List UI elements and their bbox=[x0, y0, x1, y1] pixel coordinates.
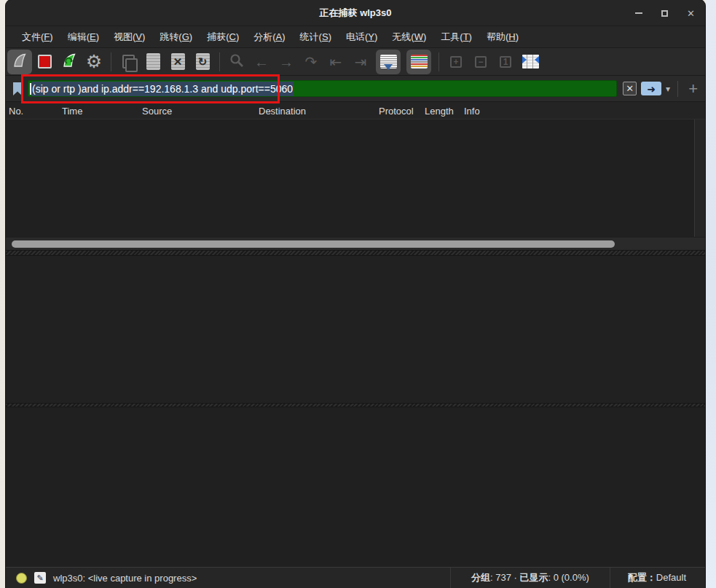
go-last-packet-button[interactable]: ⇥ bbox=[348, 50, 373, 74]
start-capture-button[interactable] bbox=[7, 50, 32, 74]
go-first-packet-button[interactable]: ⇤ bbox=[323, 50, 348, 74]
reload-file-button[interactable]: ↻ bbox=[190, 50, 215, 74]
display-filter-input[interactable]: (sip or rtp )and ip.addr==192.168.1.3 an… bbox=[28, 80, 617, 97]
horizontal-scrollbar-thumb[interactable] bbox=[12, 240, 615, 248]
column-time[interactable]: Time bbox=[62, 102, 82, 119]
filter-text: (sip or rtp )and ip.addr==192.168.1.3 an… bbox=[31, 82, 294, 96]
apply-filter-button[interactable]: ➜ bbox=[641, 82, 661, 95]
reload-file-icon: ↻ bbox=[196, 53, 210, 70]
magnifier-icon bbox=[229, 52, 245, 71]
capture-status-text: wlp3s0: <live capture in progress> bbox=[53, 573, 197, 584]
column-destination[interactable]: Destination bbox=[259, 102, 306, 119]
add-filter-button[interactable]: + bbox=[685, 81, 701, 97]
save-file-button[interactable] bbox=[141, 50, 165, 74]
filter-bar: (sip or rtp )and ip.addr==192.168.1.3 an… bbox=[6, 76, 705, 102]
colorize-icon bbox=[411, 55, 428, 68]
packet-list-pane bbox=[6, 119, 705, 237]
close-file-icon: ✕ bbox=[171, 53, 185, 70]
zoom-out-icon: − bbox=[475, 56, 487, 68]
column-no[interactable]: No. bbox=[9, 102, 23, 119]
curved-arrow-icon: ↷ bbox=[305, 55, 318, 69]
zoom-reset-button[interactable]: 1 bbox=[493, 50, 518, 74]
arrow-right-icon: → bbox=[279, 55, 294, 69]
column-info[interactable]: Info bbox=[464, 102, 480, 119]
wireshark-window: 正在捕获 wlp3s0 ✕ 文件(F) 编辑(E) 视图(V) 跳转(G) 捕获… bbox=[6, 0, 705, 588]
zoom-reset-icon: 1 bbox=[500, 56, 511, 68]
arrow-to-end-icon: ⇥ bbox=[355, 55, 367, 69]
menu-wireless[interactable]: 无线(W) bbox=[385, 28, 433, 47]
menu-go[interactable]: 跳转(G) bbox=[152, 28, 200, 47]
zoom-in-button[interactable]: + bbox=[444, 50, 468, 74]
packet-bytes-pane bbox=[6, 407, 705, 567]
menu-file[interactable]: 文件(F) bbox=[15, 28, 60, 47]
menu-tools[interactable]: 工具(T) bbox=[433, 28, 479, 47]
zoom-out-button[interactable]: − bbox=[468, 50, 493, 74]
auto-scroll-toggle[interactable] bbox=[376, 50, 401, 74]
filter-dropdown-caret[interactable]: ▾ bbox=[666, 84, 670, 94]
menu-statistics[interactable]: 统计(S) bbox=[293, 28, 339, 47]
packet-counts: 分组: 737 · 已显示: 0 (0.0%) bbox=[451, 571, 610, 584]
column-source[interactable]: Source bbox=[142, 102, 172, 119]
filter-separator bbox=[677, 81, 678, 97]
menu-bar: 文件(F) 编辑(E) 视图(V) 跳转(G) 捕获(C) 分析(A) 统计(S… bbox=[6, 26, 705, 48]
open-file-button[interactable] bbox=[116, 50, 141, 74]
colorize-toggle[interactable] bbox=[406, 50, 431, 74]
status-bar: ✎ wlp3s0: <live capture in progress> 分组:… bbox=[6, 567, 705, 588]
resize-columns-icon bbox=[522, 55, 539, 68]
menu-analyze[interactable]: 分析(A) bbox=[246, 28, 292, 47]
restart-capture-icon bbox=[60, 52, 78, 71]
open-file-icon bbox=[121, 55, 135, 69]
go-forward-button[interactable]: → bbox=[274, 50, 299, 74]
auto-scroll-icon bbox=[380, 55, 397, 68]
desktop: 正在捕获 wlp3s0 ✕ 文件(F) 编辑(E) 视图(V) 跳转(G) 捕获… bbox=[0, 0, 716, 588]
gear-icon: ⚙ bbox=[86, 52, 102, 71]
zoom-in-icon: + bbox=[450, 56, 462, 68]
pane-splitter-top[interactable] bbox=[6, 250, 705, 256]
horizontal-scrollbar[interactable] bbox=[6, 237, 705, 250]
close-button[interactable]: ✕ bbox=[687, 9, 695, 18]
stop-icon bbox=[38, 55, 52, 68]
toolbar-separator bbox=[111, 52, 111, 71]
shark-fin-icon bbox=[11, 52, 28, 71]
stop-capture-button[interactable] bbox=[32, 50, 57, 74]
go-to-packet-button[interactable]: ↷ bbox=[299, 50, 323, 74]
find-packet-button[interactable] bbox=[224, 50, 249, 74]
capture-comment-icon[interactable]: ✎ bbox=[34, 572, 46, 584]
title-bar[interactable]: 正在捕获 wlp3s0 ✕ bbox=[6, 0, 705, 26]
profile-selector[interactable]: 配置：Default bbox=[610, 571, 705, 584]
toolbar-separator bbox=[219, 52, 220, 71]
packet-details-pane bbox=[6, 256, 705, 403]
bookmark-icon[interactable] bbox=[10, 80, 25, 98]
main-toolbar: ⚙ ✕ ↻ ← → bbox=[6, 48, 705, 76]
desktop-background-right bbox=[705, 0, 716, 588]
capture-options-button[interactable]: ⚙ bbox=[82, 50, 106, 74]
toolbar-separator bbox=[438, 52, 439, 71]
arrow-left-icon: ← bbox=[254, 55, 269, 69]
go-back-button[interactable]: ← bbox=[249, 50, 274, 74]
clear-filter-button[interactable]: ✕ bbox=[623, 82, 637, 95]
window-title: 正在捕获 wlp3s0 bbox=[320, 7, 392, 20]
close-file-button[interactable]: ✕ bbox=[165, 50, 190, 74]
menu-view[interactable]: 视图(V) bbox=[106, 28, 152, 47]
expert-info-icon[interactable] bbox=[16, 573, 27, 584]
minimize-button[interactable] bbox=[635, 12, 642, 14]
column-protocol[interactable]: Protocol bbox=[379, 102, 414, 119]
packet-list-header: No. Time Source Destination Protocol Len… bbox=[6, 102, 705, 119]
menu-help[interactable]: 帮助(H) bbox=[479, 28, 526, 47]
maximize-button[interactable] bbox=[661, 10, 668, 17]
resize-columns-button[interactable] bbox=[518, 50, 543, 74]
menu-capture[interactable]: 捕获(C) bbox=[200, 28, 246, 47]
vertical-scrollbar[interactable] bbox=[694, 119, 705, 237]
restart-capture-button[interactable] bbox=[57, 50, 82, 74]
menu-edit[interactable]: 编辑(E) bbox=[60, 28, 106, 47]
arrow-to-start-icon: ⇤ bbox=[330, 55, 342, 69]
column-length[interactable]: Length bbox=[425, 102, 454, 119]
desktop-background-left bbox=[0, 0, 6, 588]
save-file-icon bbox=[146, 53, 160, 70]
menu-telephony[interactable]: 电话(Y) bbox=[339, 28, 385, 47]
